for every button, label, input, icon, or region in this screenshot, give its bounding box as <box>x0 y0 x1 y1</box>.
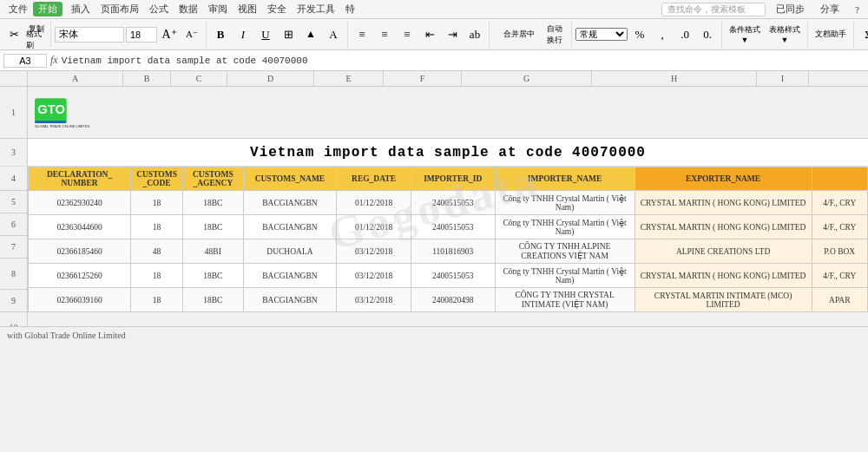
menu-item-layout[interactable]: 页面布局 <box>95 3 144 16</box>
cell-r9-c5[interactable]: 2400820498 <box>411 288 495 312</box>
menu-item-security[interactable]: 安全 <box>262 3 292 16</box>
cell-r6-c0[interactable]: 02363044600 <box>29 215 131 239</box>
cell-r9-c3[interactable]: BACGIANGBN <box>243 288 336 312</box>
align-center-button[interactable]: ≡ <box>374 24 395 45</box>
cell-r5-c0[interactable]: 02362930240 <box>29 191 131 215</box>
cell-r8-c8[interactable]: 4/F., CRY <box>812 264 867 288</box>
cell-r6-c2[interactable]: 18BC <box>182 215 243 239</box>
percent-button[interactable]: % <box>629 24 650 45</box>
menu-item-file[interactable]: 文件 <box>3 3 33 16</box>
help-icon[interactable]: ? <box>850 4 865 15</box>
cell-r5-c5[interactable]: 2400515053 <box>411 191 495 215</box>
font-shrink-button[interactable]: A⁻ <box>181 24 202 45</box>
cell-r7-c7[interactable]: ALPINE CREATIONS LTD <box>635 239 812 264</box>
share-button[interactable]: 分享 <box>815 3 845 16</box>
fill-color-button[interactable]: ▲ <box>300 24 321 45</box>
menu-item-insert[interactable]: 插入 <box>66 3 95 16</box>
dec-increase-button[interactable]: .0 <box>674 24 695 45</box>
cell-r6-c7[interactable]: CRYSTAL MARTIN ( HONG KONG) LIMITED <box>635 215 812 239</box>
menu-item-review[interactable]: 审阅 <box>203 3 233 16</box>
cell-r6-c1[interactable]: 18 <box>131 215 183 239</box>
col-header-c[interactable]: C <box>171 71 227 86</box>
cell-r5-c7[interactable]: CRYSTAL MARTIN ( HONG KONG) LIMITED <box>635 191 812 215</box>
sum-button[interactable]: Σ <box>858 24 868 45</box>
menu-item-special[interactable]: 特 <box>340 3 360 16</box>
cell-r8-c6[interactable]: Công ty TNHH Crystal Martin ( Việt Nam) <box>495 264 635 288</box>
cell-r7-c3[interactable]: DUCHOALA <box>243 239 336 264</box>
col-header-d[interactable]: D <box>227 71 314 86</box>
col-header-i[interactable]: I <box>757 71 809 86</box>
cell-r7-c0[interactable]: 02366185460 <box>29 239 131 264</box>
search-box[interactable]: 查找命令，搜索模板 <box>661 3 766 16</box>
cell-r9-c4[interactable]: 03/12/2018 <box>337 288 411 312</box>
indent-inc-button[interactable]: ⇥ <box>442 24 463 45</box>
cell-r8-c0[interactable]: 02366125260 <box>29 264 131 288</box>
cell-r5-c8[interactable]: 4/F., CRY <box>812 191 867 215</box>
cell-r7-c5[interactable]: 1101816903 <box>411 239 495 264</box>
menu-item-dev[interactable]: 开发工具 <box>292 3 340 16</box>
format-button[interactable]: 格式刷 <box>26 35 47 45</box>
menu-item-start[interactable]: 开始 <box>33 2 62 16</box>
cell-r8-c1[interactable]: 18 <box>131 264 183 288</box>
cell-r9-c7[interactable]: CRYSTAL MARTIN INTIMATE (MCO) LIMITED <box>635 288 812 312</box>
menu-item-view[interactable]: 视图 <box>233 3 262 16</box>
cut-button[interactable]: ✂ <box>3 24 24 45</box>
col-header-h[interactable]: H <box>592 71 757 86</box>
cell-r9-c1[interactable]: 18 <box>131 288 183 312</box>
cell-r8-c3[interactable]: BACGIANGBN <box>243 264 336 288</box>
align-left-button[interactable]: ≡ <box>352 24 372 45</box>
cell-r6-c8[interactable]: 4/F., CRY <box>812 215 867 239</box>
indent-dec-button[interactable]: ⇤ <box>419 24 440 45</box>
conditional-format-button[interactable]: 条件格式▼ <box>726 24 764 44</box>
orient-button[interactable]: ab <box>464 24 485 45</box>
cell-r9-c0[interactable]: 02366039160 <box>29 288 131 312</box>
underline-button[interactable]: U <box>255 24 276 45</box>
wrap-button[interactable]: 自动换行 <box>547 24 568 45</box>
cell-r7-c8[interactable]: P.O BOX <box>812 239 867 264</box>
cell-r6-c4[interactable]: 01/12/2018 <box>337 215 411 239</box>
cell-r5-c3[interactable]: BACGIANGBN <box>243 191 336 215</box>
border-button[interactable]: ⊞ <box>278 24 299 45</box>
align-right-button[interactable]: ≡ <box>397 24 418 45</box>
table-row: 023629302401818BCBACGIANGBN01/12/2018240… <box>29 191 868 215</box>
cell-r6-c5[interactable]: 2400515053 <box>411 215 495 239</box>
cell-r8-c4[interactable]: 03/12/2018 <box>337 264 411 288</box>
cell-r9-c6[interactable]: CÔNG TY TNHH CRYSTAL INTIMATE (VIỆT NAM) <box>495 288 635 312</box>
cell-r6-c6[interactable]: Công ty TNHH Crystal Martin ( Việt Nam) <box>495 215 635 239</box>
table-style-button[interactable]: 表格样式▼ <box>766 24 804 44</box>
col-header-a[interactable]: A <box>28 71 123 86</box>
cell-r9-c8[interactable]: APAR <box>812 288 867 312</box>
dec-decrease-button[interactable]: 0. <box>697 24 718 45</box>
font-grow-button[interactable]: A⁺ <box>159 24 180 45</box>
cell-r7-c1[interactable]: 48 <box>131 239 183 264</box>
doc-helper-button[interactable]: 文档助手 <box>812 29 850 40</box>
cell-r8-c7[interactable]: CRYSTAL MARTIN ( HONG KONG) LIMITED <box>635 264 812 288</box>
cell-r5-c4[interactable]: 01/12/2018 <box>337 191 411 215</box>
bold-button[interactable]: B <box>210 24 231 45</box>
row-num-8: 8 <box>0 259 27 290</box>
cell-r7-c2[interactable]: 48BI <box>182 239 243 264</box>
cell-ref-input[interactable] <box>3 54 47 68</box>
col-header-b[interactable]: B <box>123 71 171 86</box>
cell-r6-c3[interactable]: BACGIANGBN <box>243 215 336 239</box>
cell-r8-c5[interactable]: 2400515053 <box>411 264 495 288</box>
number-format-select[interactable]: 常规 <box>575 28 628 41</box>
thousands-button[interactable]: , <box>652 24 673 45</box>
cell-r5-c2[interactable]: 18BC <box>182 191 243 215</box>
col-header-f[interactable]: F <box>384 71 462 86</box>
cell-r5-c1[interactable]: 18 <box>131 191 183 215</box>
merge-button[interactable]: 合并居中 <box>493 24 545 45</box>
font-name-input[interactable] <box>55 27 124 43</box>
cell-r7-c4[interactable]: 03/12/2018 <box>337 239 411 264</box>
cell-r8-c2[interactable]: 18BC <box>182 264 243 288</box>
italic-button[interactable]: I <box>233 24 253 45</box>
cell-r7-c6[interactable]: CÔNG TY TNHH ALPINE CREATIONS VIỆT NAM <box>495 239 635 264</box>
col-header-g[interactable]: G <box>462 71 592 86</box>
cell-r9-c2[interactable]: 18BC <box>182 288 243 312</box>
menu-item-data[interactable]: 数据 <box>174 3 203 16</box>
menu-item-formula[interactable]: 公式 <box>144 3 174 16</box>
col-header-e[interactable]: E <box>314 71 384 86</box>
font-size-input[interactable] <box>126 27 157 43</box>
font-color-button[interactable]: A <box>323 24 344 45</box>
cell-r5-c6[interactable]: Công ty TNHH Crystal Martin ( Việt Nam) <box>495 191 635 215</box>
